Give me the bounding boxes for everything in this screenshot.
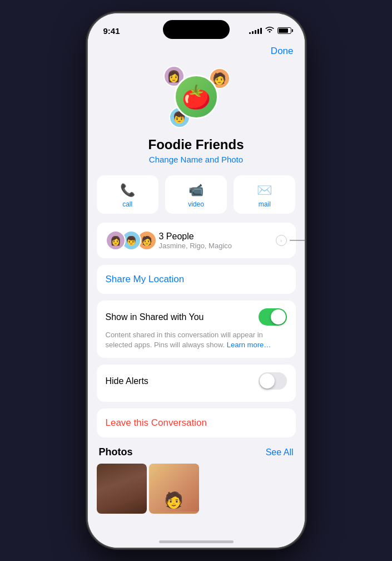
call-icon: 📞 (120, 183, 135, 198)
video-label: video (188, 200, 204, 208)
annotation-line (290, 240, 304, 241)
status-time: 9:41 (103, 26, 120, 36)
hide-alerts-toggle-knob (260, 373, 275, 388)
share-location-label[interactable]: Share My Location (106, 274, 185, 284)
people-avatar-1: 👩 (106, 230, 126, 250)
scroll-content[interactable]: Done 👩 🧑 👦 🍅 Foodie Friends (88, 41, 305, 548)
video-button[interactable]: 📹 video (165, 175, 227, 214)
people-names: Jasmine, Rigo, Magico (159, 242, 276, 250)
call-label: call (122, 200, 132, 208)
shared-with-you-toggle[interactable] (259, 308, 287, 326)
wifi-icon (265, 27, 274, 35)
shared-with-you-row: Show in Shared with You (106, 308, 287, 326)
people-section-wrapper: 👩 👦 🧑 3 People Jasmine, Rigo, Magico › P… (97, 223, 296, 258)
battery-icon (277, 27, 291, 34)
people-info: 3 People Jasmine, Rigo, Magico (159, 232, 276, 250)
call-button[interactable]: 📞 call (97, 175, 158, 214)
learn-more-link[interactable]: Learn more… (227, 341, 271, 349)
dynamic-island (163, 20, 230, 39)
done-button[interactable]: Done (271, 46, 294, 57)
hide-alerts-toggle[interactable] (259, 372, 287, 390)
leave-conversation-label[interactable]: Leave this Conversation (106, 417, 207, 428)
hide-alerts-label: Hide Alerts (106, 376, 148, 386)
shared-with-you-card: Show in Shared with You Content shared i… (97, 301, 296, 358)
group-name: Foodie Friends (148, 137, 244, 152)
photo-thumb-1[interactable] (97, 464, 147, 514)
mail-label: mail (259, 200, 271, 208)
mail-button[interactable]: ✉️ mail (234, 175, 295, 214)
annotation-callout: Přidání neboodebrání lidí (290, 229, 304, 251)
photos-grid: 🧑 (97, 464, 296, 514)
people-row[interactable]: 👩 👦 🧑 3 People Jasmine, Rigo, Magico › (97, 223, 296, 258)
action-buttons-row: 📞 call 📹 video ✉️ mail (97, 175, 296, 214)
shared-with-you-label: Show in Shared with You (106, 312, 204, 322)
photo-thumb-2[interactable]: 🧑 (149, 464, 199, 514)
phone-frame: 9:41 Done (88, 13, 305, 548)
people-count: 3 People (159, 232, 276, 242)
home-indicator (159, 540, 234, 543)
header-row: Done (97, 41, 296, 59)
status-icons (249, 27, 291, 35)
photos-section: Photos See All 🧑 (97, 444, 296, 514)
people-chevron-icon: › (276, 235, 287, 246)
video-icon: 📹 (188, 183, 204, 198)
people-card[interactable]: 👩 👦 🧑 3 People Jasmine, Rigo, Magico › (97, 223, 296, 258)
hide-alerts-row: Hide Alerts (106, 372, 287, 390)
group-section: 👩 🧑 👦 🍅 Foodie Friends Change Name and P… (97, 59, 296, 175)
shared-with-you-description: Content shared in this conversation will… (106, 330, 287, 350)
photos-title: Photos (99, 446, 133, 458)
photos-header: Photos See All (97, 444, 296, 464)
mail-icon: ✉️ (257, 183, 272, 198)
avatars-cluster: 👩 🧑 👦 🍅 (160, 63, 232, 130)
signal-icon (249, 27, 262, 34)
toggle-knob (271, 309, 286, 324)
leave-conversation-card[interactable]: Leave this Conversation (97, 409, 296, 437)
group-emoji: 🍅 (182, 83, 211, 111)
people-avatars: 👩 👦 🧑 (106, 230, 152, 250)
hide-alerts-card: Hide Alerts (97, 365, 296, 402)
group-avatar-main: 🍅 (174, 75, 219, 119)
change-name-photo-button[interactable]: Change Name and Photo (149, 155, 243, 164)
see-all-button[interactable]: See All (266, 447, 294, 457)
share-location-card[interactable]: Share My Location (97, 265, 296, 294)
